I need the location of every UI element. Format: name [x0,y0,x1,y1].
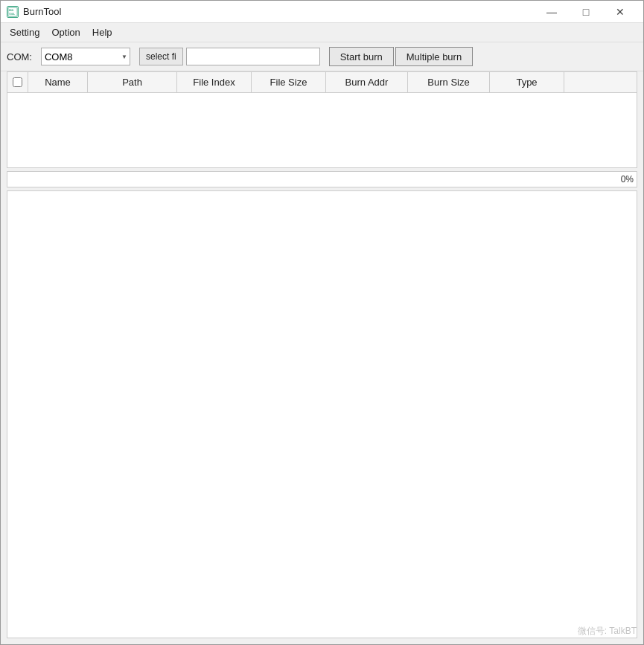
com-select[interactable]: COM8 COM1 COM2 COM3 COM4 COM5 COM6 COM7 [41,48,130,65]
col-path: Path [88,72,177,92]
col-file-size: File Size [252,72,326,92]
table-header: Name Path File Index File Size Burn Addr… [7,72,637,93]
minimize-button[interactable]: — [535,1,569,23]
table-body[interactable] [7,93,637,167]
file-path-input[interactable] [186,48,320,65]
file-section: select fi [139,48,320,65]
menu-help[interactable]: Help [86,25,118,40]
content-area: Name Path File Index File Size Burn Addr… [1,71,643,644]
toolbar: COM: COM8 COM1 COM2 COM3 COM4 COM5 COM6 … [1,42,643,71]
start-burn-button[interactable]: Start burn [329,47,394,66]
title-bar: BRN TOOL BurnTool — □ ✕ [1,1,643,23]
com-label: COM: [7,51,32,62]
menu-option[interactable]: Option [45,25,86,40]
svg-text:TOOL: TOOL [9,13,15,16]
watermark-text: 微信号: TalkBT [578,626,637,636]
window-title: BurnTool [23,6,535,17]
progress-section: 0% [7,171,637,187]
log-section[interactable] [7,190,637,638]
select-file-button[interactable]: select fi [139,48,183,65]
header-checkbox-cell [7,72,28,92]
svg-text:BRN: BRN [9,9,13,12]
watermark: 微信号: TalkBT [578,625,637,638]
menu-bar: Setting Option Help [1,23,643,42]
select-all-checkbox[interactable] [13,77,22,87]
col-name: Name [28,72,88,92]
action-buttons: Start burn Multiple burn [329,47,474,66]
com-select-wrapper: COM8 COM1 COM2 COM3 COM4 COM5 COM6 COM7 [41,48,130,65]
app-icon: BRN TOOL [7,6,19,18]
col-type: Type [490,72,564,92]
close-button[interactable]: ✕ [603,1,637,23]
col-burn-addr: Burn Addr [326,72,408,92]
menu-setting[interactable]: Setting [4,25,45,40]
window-controls: — □ ✕ [535,1,637,23]
main-window: BRN TOOL BurnTool — □ ✕ Setting Option H… [0,0,644,645]
col-burn-size: Burn Size [408,72,490,92]
maximize-button[interactable]: □ [569,1,603,23]
file-table: Name Path File Index File Size Burn Addr… [7,71,637,168]
col-file-index: File Index [177,72,252,92]
progress-text: 0% [621,174,634,184]
multiple-burn-button[interactable]: Multiple burn [395,47,473,66]
